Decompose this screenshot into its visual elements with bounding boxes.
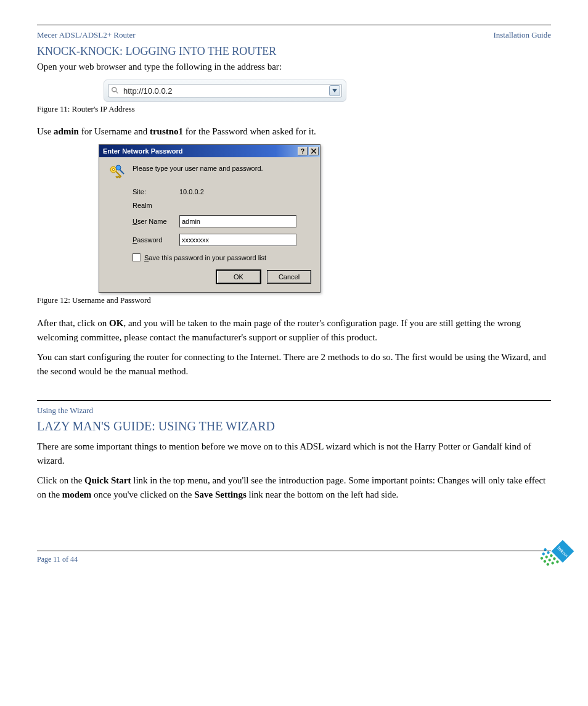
svg-point-16 bbox=[543, 559, 547, 563]
chevron-down-icon bbox=[332, 89, 337, 92]
svg-point-3 bbox=[112, 168, 115, 171]
wizard-para1: There are some important things to menti… bbox=[37, 440, 551, 467]
figure11-caption: Figure 11: Router's IP Address bbox=[37, 104, 551, 114]
svg-point-6 bbox=[544, 548, 547, 551]
close-icon bbox=[311, 149, 316, 154]
search-icon bbox=[111, 86, 120, 95]
dialog-instruction: Please type your user name and password. bbox=[133, 165, 263, 172]
password-dialog: Enter Network Password ? Please ty bbox=[99, 144, 321, 293]
username-input[interactable] bbox=[179, 215, 296, 228]
footer-rule bbox=[37, 551, 551, 551]
svg-point-8 bbox=[549, 554, 553, 557]
svg-point-11 bbox=[542, 552, 545, 556]
svg-point-17 bbox=[546, 562, 550, 566]
svg-line-1 bbox=[116, 91, 118, 94]
svg-point-14 bbox=[551, 561, 555, 565]
address-input[interactable] bbox=[122, 86, 329, 96]
section2-kicker: Using the Wizard bbox=[37, 406, 551, 416]
telkom-logo: Telkom bbox=[536, 537, 577, 578]
site-value: 10.0.0.2 bbox=[179, 188, 311, 195]
svg-point-9 bbox=[552, 557, 556, 560]
password-label: Password bbox=[133, 236, 177, 244]
figure12-caption: Figure 12: Username and Password bbox=[37, 295, 551, 305]
svg-point-12 bbox=[545, 555, 549, 559]
credentials-prompt-line: Use admin for Username and trustno1 for … bbox=[37, 125, 551, 138]
address-bar[interactable] bbox=[108, 84, 342, 97]
section2-rule bbox=[37, 400, 551, 401]
header-product: Mecer ADSL/ADSL2+ Router bbox=[37, 30, 136, 40]
help-button[interactable]: ? bbox=[298, 147, 308, 155]
header-doctype: Installation Guide bbox=[493, 30, 551, 40]
close-button[interactable] bbox=[309, 147, 319, 155]
section2-title: LAZY MAN'S GUIDE: USING THE WIZARD bbox=[37, 419, 551, 433]
address-dropdown-button[interactable] bbox=[329, 85, 340, 96]
save-password-checkbox[interactable] bbox=[133, 253, 141, 261]
after-login-paragraph: After that, click on OK, and you will be… bbox=[37, 316, 551, 344]
section-title-login: KNOCK-KNOCK: LOGGING INTO THE ROUTER bbox=[37, 45, 551, 58]
dialog-title-text: Enter Network Password bbox=[103, 147, 183, 155]
password-input[interactable] bbox=[179, 234, 296, 246]
cancel-button[interactable]: Cancel bbox=[267, 270, 311, 284]
top-rule bbox=[37, 25, 551, 25]
ok-button[interactable]: OK bbox=[216, 270, 261, 284]
svg-point-15 bbox=[540, 556, 544, 560]
save-password-label: Save this password in your password list bbox=[144, 254, 266, 261]
wizard-para2: Click on the Quick Start link in the top… bbox=[37, 474, 551, 501]
intro-text: Open your web browser and type the follo… bbox=[37, 60, 551, 73]
svg-point-0 bbox=[112, 88, 116, 92]
keys-icon bbox=[108, 165, 125, 183]
dialog-titlebar: Enter Network Password ? bbox=[99, 145, 320, 157]
svg-point-10 bbox=[555, 560, 559, 564]
svg-point-7 bbox=[546, 551, 550, 554]
site-label: Site: bbox=[133, 188, 177, 195]
address-bar-container bbox=[104, 80, 346, 102]
username-label: User Name bbox=[133, 218, 177, 225]
page-number: Page 11 of 44 bbox=[37, 555, 551, 564]
two-methods-paragraph: You can start configuring the router for… bbox=[37, 350, 551, 378]
realm-label: Realm bbox=[133, 202, 177, 209]
svg-point-13 bbox=[548, 558, 552, 562]
